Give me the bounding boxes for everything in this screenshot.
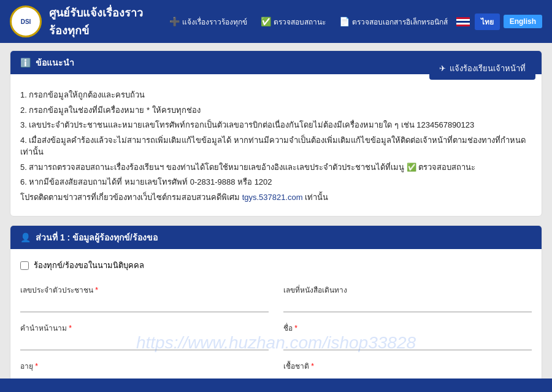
nav-item-check-docs[interactable]: 📄 ตรวจสอบเอกสารอิเล็กทรอนิกส์ <box>334 13 453 30</box>
main-nav: ➕ แจ้งเรื่องราวร้องทุกข์ ✅ ตรวจสอบสถานะ … <box>164 13 542 30</box>
form-grid: เลขประจำตัวประชาชน * เลขที่หนังสือเดินทา… <box>20 284 532 388</box>
info-icon: ℹ️ <box>20 58 31 67</box>
person-icon: 👤 <box>20 233 31 242</box>
info-item-3: 3. เลขประจำตัวประชาชนและหมายเลขโทรศัพท์ก… <box>20 119 532 131</box>
send-icon: ✈ <box>439 64 446 73</box>
legal-entity-checkbox[interactable] <box>20 261 29 270</box>
passport-label: เลขที่หนังสือเดินทาง <box>283 284 532 296</box>
id-card-group: เลขประจำตัวประชาชน * <box>20 284 269 312</box>
age-label: อายุ * <box>20 360 269 372</box>
passport-input[interactable] <box>283 298 532 312</box>
plus-icon: ➕ <box>169 17 180 26</box>
form-card-header: 👤 ส่วนที่ 1 : ข้อมูลผู้ร้องทุกข์/ร้องขอ <box>10 226 542 249</box>
prefix-group: คำนำหน้านาม * <box>20 322 269 350</box>
legal-entity-label: ร้องทุกข์/ร้องขอในนามนิติบุคคล <box>34 259 144 272</box>
form-card-body: https://www.huzhan.com/ishop33828 ร้องทุ… <box>10 249 542 392</box>
nationality-label: เชื้อชาติ * <box>283 360 532 372</box>
doc-icon: 📄 <box>339 17 350 26</box>
form-card: 👤 ส่วนที่ 1 : ข้อมูลผู้ร้องทุกข์/ร้องขอ … <box>10 225 542 392</box>
prefix-input[interactable] <box>20 336 269 350</box>
nav-item-report[interactable]: ➕ แจ้งเรื่องราวร้องทุกข์ <box>164 13 252 30</box>
id-card-label: เลขประจำตัวประชาชน * <box>20 284 269 296</box>
prefix-label: คำนำหน้านาม * <box>20 322 269 334</box>
website-link[interactable]: tgys.537821.com <box>242 193 303 202</box>
info-card-body: ✈ แจ้งร้องเรียนเจ้าหน้าที่ 1. กรอกข้อมูล… <box>10 74 542 216</box>
id-card-input[interactable] <box>20 298 269 312</box>
thai-lang-button[interactable]: ไทย <box>475 13 500 30</box>
legal-entity-row: ร้องทุกข์/ร้องขอในนามนิติบุคคล <box>20 259 532 272</box>
info-item-1: 1. กรอกข้อมูลให้ถูกต้องและครบถ้วน <box>20 89 532 101</box>
passport-group: เลขที่หนังสือเดินทาง <box>283 284 532 312</box>
info-card: ℹ️ ข้อแนะนำ ✈ แจ้งร้องเรียนเจ้าหน้าที่ 1… <box>10 50 542 217</box>
check-icon: ✅ <box>261 17 271 26</box>
english-lang-button[interactable]: English <box>504 15 542 28</box>
report-officer-button[interactable]: ✈ แจ้งร้องเรียนเจ้าหน้าที่ <box>429 57 535 80</box>
firstname-input[interactable] <box>283 336 532 350</box>
page-footer <box>0 379 552 392</box>
info-item-5: 5. สามารถตรวจสอบสถานะเรื่องร้องเรียนฯ ขอ… <box>20 161 532 174</box>
logo: DSI <box>10 6 42 37</box>
info-list: 1. กรอกข้อมูลให้ถูกต้องและครบถ้วน 2. กรอ… <box>20 89 532 203</box>
main-content: ℹ️ ข้อแนะนำ ✈ แจ้งร้องเรียนเจ้าหน้าที่ 1… <box>0 43 552 392</box>
info-item-2: 2. กรอกข้อมูลในช่องที่มีเครื่องหมาย * ให… <box>20 104 532 117</box>
thai-flag-icon <box>456 17 470 26</box>
nav-item-check-status[interactable]: ✅ ตรวจสอบสถานะ <box>256 13 331 30</box>
info-item-6: 6. หากมีข้อสงสัยสอบถามได้ที่ หมายเลขโทรศ… <box>20 176 532 188</box>
page-header: DSI ศูนย์รับแจ้งเรื่องราวร้องทุกข์ ➕ แจ้… <box>0 0 552 43</box>
info-item-4: 4. เมื่อส่งข้อมูลคำร้องแล้วจะไม่สามารถเพ… <box>20 134 532 158</box>
site-title: ศูนย์รับแจ้งเรื่องราวร้องทุกข์ <box>49 4 157 39</box>
firstname-label: ชื่อ * <box>283 322 532 334</box>
info-item-7: โปรดติดตามข่าวสารที่เกี่ยวข้องทางเว็บไซต… <box>20 191 532 204</box>
firstname-group: ชื่อ * <box>283 322 532 350</box>
